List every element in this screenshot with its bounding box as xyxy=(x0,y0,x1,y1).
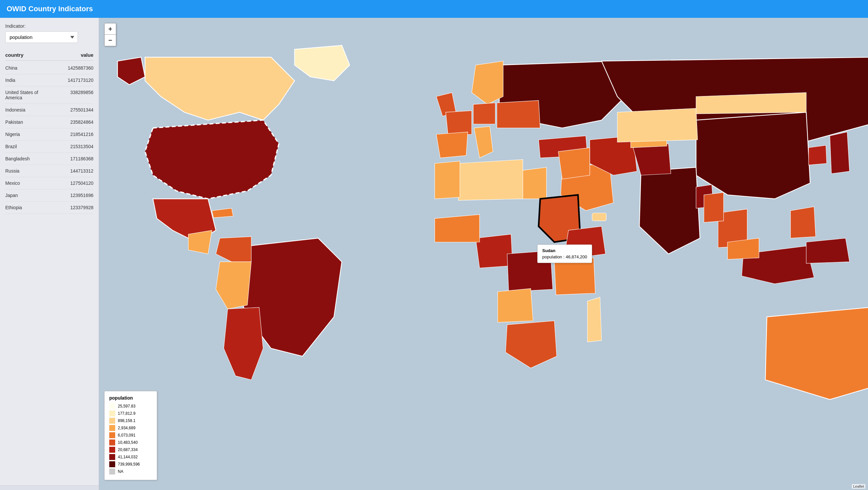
row-country: Brazil xyxy=(5,144,54,149)
legend-label: 898,158.1 xyxy=(118,418,135,423)
legend-item: 25,597.83 xyxy=(109,403,152,409)
legend-label: 10,483,540 xyxy=(118,440,137,445)
world-map xyxy=(99,18,868,490)
sidebar-horizontal-scroll[interactable] xyxy=(0,485,99,490)
row-value: 127504120 xyxy=(54,181,93,186)
legend-color-swatch xyxy=(109,439,115,446)
table-row[interactable]: Brazil 215313504 xyxy=(5,140,93,153)
table-row[interactable]: Ethiopia 123379928 xyxy=(5,202,93,214)
row-value: 1417173120 xyxy=(54,77,93,83)
legend-color-swatch xyxy=(109,454,115,460)
row-country: Japan xyxy=(5,193,54,198)
col-header-country: country xyxy=(5,52,54,58)
row-value: 171186368 xyxy=(54,156,93,161)
sidebar: Indicator: population gdp life_expectanc… xyxy=(0,18,99,490)
legend-title: population xyxy=(109,395,152,400)
legend-label: 177,812.9 xyxy=(118,411,135,416)
legend-color-swatch xyxy=(109,447,115,453)
table-row[interactable]: Japan 123951696 xyxy=(5,189,93,202)
row-value: 123951696 xyxy=(54,193,93,198)
legend-color-swatch xyxy=(109,468,115,475)
legend-items-container: 25,597.83 177,812.9 898,158.1 2,934,689 … xyxy=(109,403,152,475)
row-country: India xyxy=(5,77,54,83)
legend-item: 177,812.9 xyxy=(109,411,152,417)
country-table: China 1425887360 India 1417173120 United… xyxy=(5,62,93,214)
table-header: country value xyxy=(5,50,93,61)
row-country: Ethiopia xyxy=(5,205,54,210)
app-header: OWID Country Indicators xyxy=(0,0,868,18)
row-value: 1425887360 xyxy=(54,65,93,71)
row-country: Bangladesh xyxy=(5,156,54,161)
row-value: 338289856 xyxy=(54,90,93,100)
legend-item: 20,687,334 xyxy=(109,447,152,453)
row-value: 123379928 xyxy=(54,205,93,210)
row-value: 218541216 xyxy=(54,132,93,137)
legend-color-swatch xyxy=(109,461,115,467)
table-row[interactable]: Bangladesh 171186368 xyxy=(5,153,93,165)
row-value: 275501344 xyxy=(54,107,93,112)
sidebar-scroll[interactable]: Indicator: population gdp life_expectanc… xyxy=(0,18,99,485)
table-row[interactable]: India 1417173120 xyxy=(5,74,93,87)
row-country: Mexico xyxy=(5,181,54,186)
table-row[interactable]: Pakistan 235824864 xyxy=(5,116,93,128)
legend-item: 6,073,091 xyxy=(109,432,152,438)
row-country: Pakistan xyxy=(5,120,54,125)
row-value: 215313504 xyxy=(54,144,93,149)
legend-label: 6,073,091 xyxy=(118,433,135,437)
map-legend: population 25,597.83 177,812.9 898,158.1… xyxy=(104,391,157,480)
legend-label: 41,144,032 xyxy=(118,455,137,459)
row-country: China xyxy=(5,65,54,71)
table-row[interactable]: Nigeria 218541216 xyxy=(5,128,93,140)
legend-item: NA xyxy=(109,468,152,475)
row-country: Indonesia xyxy=(5,107,54,112)
table-row[interactable]: China 1425887360 xyxy=(5,62,93,74)
app-title: OWID Country Indicators xyxy=(7,5,93,13)
row-country: Russia xyxy=(5,168,54,173)
legend-label: 20,687,334 xyxy=(118,448,137,452)
legend-label: 2,934,689 xyxy=(118,426,135,430)
legend-item: 898,158.1 xyxy=(109,418,152,424)
table-row[interactable]: Indonesia 275501344 xyxy=(5,104,93,116)
legend-item: 2,934,689 xyxy=(109,425,152,431)
indicator-label: Indicator: xyxy=(5,23,93,29)
legend-color-swatch xyxy=(109,403,115,409)
legend-item: 41,144,032 xyxy=(109,454,152,460)
zoom-controls: + − xyxy=(104,23,116,46)
table-row[interactable]: United States of America 338289856 xyxy=(5,87,93,104)
table-row[interactable]: Mexico 127504120 xyxy=(5,177,93,189)
zoom-in-button[interactable]: + xyxy=(104,24,116,35)
svg-rect-1 xyxy=(592,213,606,221)
leaflet-attribution[interactable]: Leaflet xyxy=(852,484,865,489)
legend-color-swatch xyxy=(109,425,115,431)
col-header-value: value xyxy=(54,52,93,58)
legend-item: 10,483,540 xyxy=(109,439,152,446)
indicator-select[interactable]: population gdp life_expectancy xyxy=(5,31,78,43)
legend-label: 739,999,596 xyxy=(118,462,140,466)
row-value: 235824864 xyxy=(54,120,93,125)
row-value: 144713312 xyxy=(54,168,93,173)
legend-color-swatch xyxy=(109,418,115,424)
zoom-out-button[interactable]: − xyxy=(104,35,116,46)
map-container: + − xyxy=(99,18,868,490)
legend-item: 739,999,596 xyxy=(109,461,152,467)
legend-label: 25,597.83 xyxy=(118,404,135,409)
main-content: Indicator: population gdp life_expectanc… xyxy=(0,18,868,490)
row-country: United States of America xyxy=(5,90,54,100)
table-row[interactable]: Russia 144713312 xyxy=(5,165,93,177)
legend-color-swatch xyxy=(109,411,115,417)
legend-label: NA xyxy=(118,469,123,474)
row-country: Nigeria xyxy=(5,132,54,137)
legend-color-swatch xyxy=(109,432,115,438)
